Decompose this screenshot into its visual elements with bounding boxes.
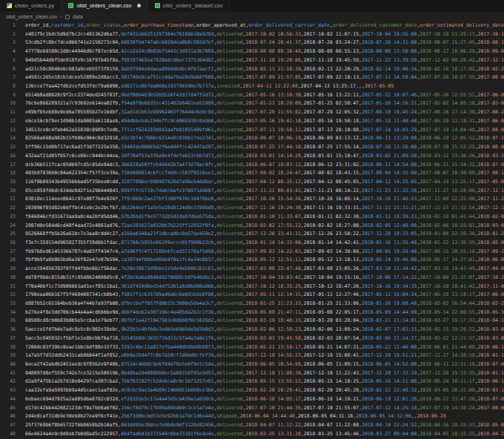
csv-data-row[interactable]: fb97b8ed61453366787c4a03ff4347c4,a7a96ff…: [25, 248, 504, 257]
modified-dot-icon[interactable]: [137, 4, 141, 7]
editor-lines[interactable]: order_id,customer_id,order_status,order_…: [21, 22, 504, 439]
csv-data-row[interactable]: 403b97836b0c04a622354cf57f3ce39a,738b086…: [25, 169, 504, 178]
csv-data-row[interactable]: 6eca2f42abdb2451aedc9f85b2e9f40b,87514c4…: [25, 360, 504, 369]
csv-field: order_delivered_carrier_date: [248, 22, 330, 28]
csv-data-row[interactable]: 9526668ffb5b26a61bc7e3aa0cdd4c27,a166ab3…: [25, 230, 504, 239]
csv-field: 2018-02-07 17:02:15: [362, 326, 417, 332]
csv-field: 2018-05-21 14:07:31: [304, 344, 359, 350]
csv-data-row[interactable]: 82566a660a982b15fb86e904c8d32918,d3e3b74…: [25, 134, 504, 143]
csv-data-row[interactable]: e481f9c1bdc5d9d7bc2cc491362d6a77,9ef432e…: [25, 30, 504, 39]
csv-field: 2018-03-25 13:45:46: [304, 431, 359, 437]
csv-field: 2018-05-15 13:55:53: [245, 378, 300, 384]
csv-data-row[interactable]: 47770eb9100c2d0c44946d9cf07ec65d,41ce2a5…: [25, 47, 504, 56]
csv-field: 55545b0dc365571bd13c57a4a3a0e1f6: [121, 335, 213, 341]
csv-data-row[interactable]: 25f3769b6f8b65722f6b8658b2b10af5,043dd95…: [25, 421, 504, 430]
csv-field: 2018-04-07 11:12:22: [245, 422, 300, 428]
csv-data-row[interactable]: 83018ec114eee8641c97e08f7b4e926f,7f8c8b9…: [25, 195, 504, 204]
csv-data-row[interactable]: d887b52c65164beb36a4f44b7a93fb00,dfbccbe…: [25, 300, 504, 308]
csv-data-row[interactable]: 5ff96c15d0b717ac6ad1f3d77225a350,19402de…: [25, 143, 504, 152]
csv-field: 19402de80665d2f6a4d4fcc42447a297: [121, 144, 213, 150]
csv-data-row[interactable]: 116f0b09343b49556bbad5f35bee0cdd,3187789…: [25, 178, 504, 187]
csv-data-row[interactable]: a4591c265e18cb1dcee52889e2d8acc3,503740e…: [25, 73, 504, 82]
csv-data-row[interactable]: fbf9b9fa8b0b5bd6a36f82e47e07b594,ca387d4…: [25, 256, 504, 265]
csv-field: order_purchase_timestamp: [124, 22, 193, 28]
csv-field: 2018-08-08 08:55:23: [304, 48, 359, 54]
csv-field: 756fb3192fc52debca8cbc1b73257e91: [121, 378, 213, 384]
csv-field: d17dc42bb442682123dcf0a7bb6a6f02: [25, 405, 118, 411]
csv-data-row[interactable]: 34513ce0c4fab462a55830c0989c7edb,7711cf6…: [25, 126, 504, 135]
csv-field: dbbf4de62a3071b6c4a485da2b1c1f3b: [121, 309, 213, 315]
csv-field: ca387d4f0bbe86bb4f0a1fc4a34e0b37: [121, 257, 213, 263]
csv-data-row[interactable]: 432aaf21d85fb57c6ce86cc944bc44ea,3df704f…: [25, 152, 504, 161]
csv-data-row[interactable]: 5acc5c845932cf5bf1e1e8bcbbf6a718,55545b0…: [25, 334, 504, 343]
csv-field: 2018-03-21: [478, 153, 504, 159]
csv-data-row[interactable]: 2d4e8caf31db9e30eb8b27ea9f6cf41e,256f3d0…: [25, 412, 504, 421]
line-number: 25: [0, 230, 16, 239]
csv-data-row[interactable]: d2a9f475b1a2b7d10e04297ca307cba2,756fb31…: [25, 377, 504, 386]
python-file-icon: [7, 3, 12, 8]
csv-data-row[interactable]: f70a4bbf1c73d9066b1ad1ecf85c1ba1,361d745…: [25, 283, 504, 291]
csv-data-row[interactable]: d17dc42bb442682123dcf0a7bb6a6f02,156cf8d…: [25, 404, 504, 413]
csv-field: 2017-10-04 19:15:16: [304, 274, 359, 280]
csv-field: 2018-01-10 11:33:07: [245, 214, 300, 220]
csv-field: order_approved_at: [196, 22, 246, 28]
csv-field: 2018-06-05 10:54:08: [245, 361, 300, 367]
editor-pane[interactable]: 1234567891011121314151617181920212223242…: [0, 22, 504, 439]
csv-field: 2018-05-08 21:47:11: [245, 309, 300, 315]
csv-field: 2018-07-25 17:55:14: [304, 144, 359, 150]
csv-data-row[interactable]: 6514b8ad8028c9f2cc2374ded245783f,9bdf08b…: [25, 91, 504, 100]
csv-data-row[interactable]: 203096f03d82e0dffbc41ebc2e2bcfb7,db2264e…: [25, 204, 504, 213]
csv-data-row[interactable]: 949d5b44dbf5de918fe9c16f97b45f8a,f881974…: [25, 56, 504, 65]
csv-data-row[interactable]: 76c6e866289321a7c93b92e614ea02fb,f54a9f0…: [25, 99, 504, 108]
csv-data-row[interactable]: caa32efa9a5993bb9a4d5caec1aaf02e,dc8cbc9…: [25, 386, 504, 395]
csv-field: 2018-02-14 19:46:34: [362, 66, 417, 72]
breadcrumb-file[interactable]: olist_orders_clean.csv: [6, 14, 57, 19]
csv-field: 2018-02-20 20:29:41: [245, 387, 300, 393]
csv-field: 2018-03-21 21:14:01: [362, 317, 417, 323]
csv-field: 2017-08-01: [478, 74, 504, 80]
csv-field: 948097d8ef559c742e7ce3215e50919b: [25, 370, 118, 376]
csv-data-row[interactable]: b276e4f8e3dd706cb44a4a4cdbbbbe9d,dbbf4de…: [25, 308, 504, 317]
csv-data-row[interactable]: 2807d0e504d6cd48f4aad72e4861ad76,72ae281…: [25, 222, 504, 231]
csv-data-row[interactable]: 1790eaa06b167f5f4684087341cb0b43,f5057f1…: [25, 291, 504, 300]
csv-data-row[interactable]: 85ce859fd6dc634de8d2f1e290444043,059f7fc…: [25, 187, 504, 196]
csv-field: 2018-06-04 14:44:48: [240, 413, 295, 419]
csv-data-row[interactable]: acce194856392f0ffd4fbbe6b1f56dac,7e20e38…: [25, 265, 504, 274]
csv-data-row[interactable]: 6ebaec694d7025a2ad05dba8782c032d,ef28355…: [25, 395, 504, 404]
csv-data-row[interactable]: 1a7a5f7d32ddb2431cab86044f1af852,e8b0a35…: [25, 351, 504, 360]
line-number: 47: [0, 421, 16, 430]
tab-olist-orders-dataset-csv[interactable]: olist_orders_dataset.csv: [148, 0, 231, 11]
csv-data-row[interactable]: e6ce16cb79ec1d90b1da9085a6118aeb,494dbbe…: [25, 117, 504, 126]
csv-data-row[interactable]: 72060c03f39bc0eae1bbcbdf88e33733,3391c4b…: [25, 343, 504, 352]
tab-olist-orders-clean-csv[interactable]: olist_orders_clean.csv: [62, 0, 147, 11]
csv-field: 2018-01-16 11:35:48: [362, 240, 417, 245]
csv-data-row[interactable]: 53cdb2fc8bc7dce0b6741e2150273c04,b0830fb…: [25, 39, 504, 47]
csv-data-row[interactable]: 66e4624a4e9c0d8eb7b0d8ad5c222957,6b4fad6…: [25, 430, 504, 439]
csv-data-row[interactable]: f846846cfd31673aa9a8c4a2bfd5dd46,57b2bbd…: [25, 213, 504, 222]
csv-data-row[interactable]: 60508cd8cb0b83b0b5e5ccba1e79eb77,86fbf1a…: [25, 317, 504, 326]
csv-field: 432aaf21d85fb57c6ce86cc944bc44ea: [25, 153, 118, 159]
csv-field: delivered: [216, 48, 242, 54]
csv-field: 2018-03-25 13:31:28: [245, 431, 300, 437]
csv-field: 2017-12-18 11:08:30: [245, 370, 300, 376]
csv-data-row[interactable]: dcb36b511fcac050b97cd5c05de84dc3,3b6828a…: [25, 161, 504, 170]
csv-data-row[interactable]: dd78f9b6c015db31fc85d8b24800d5c8,4f2bc6a…: [25, 274, 504, 283]
csv-field: 2018-06-05 04:31:18: [298, 413, 353, 419]
csv-field: delivered: [216, 170, 242, 176]
csv-field: 2018-06-19 12:05:52: [420, 135, 474, 141]
csv-header-row[interactable]: order_id,customer_id,order_status,order_…: [25, 22, 504, 30]
tab-clean-orders-py[interactable]: clean_orders.py: [0, 0, 62, 11]
csv-data-row[interactable]: 5aecce5fd7b4e7adc8e5c8c902e39ebc,9b25b3c…: [25, 326, 504, 334]
csv-field: 871766c5855e863f6eccc05f988b23cb: [121, 240, 213, 245]
csv-data-row[interactable]: 136cce7faa42fdb2cefd53fdc79a6098,ed0271e…: [25, 82, 504, 91]
csv-data-row[interactable]: 948097d8ef559c742e7ce3215e50919b,8648ba2…: [25, 369, 504, 378]
csv-data-row[interactable]: ad21c59c0840e6cb83a9ceb5573f8159,8ab9790…: [25, 65, 504, 74]
breadcrumb-section[interactable]: data: [73, 14, 83, 19]
csv-field: 2017-11-21 21:31:21: [362, 205, 417, 211]
line-number: 23: [0, 213, 16, 222]
csv-data-row[interactable]: f3e7c359154d965827355f39d6b1fdac,871766c…: [25, 239, 504, 248]
csv-field: 2017-08-04 14:35:00: [362, 170, 417, 176]
line-number: 6: [0, 65, 16, 74]
csv-data-row[interactable]: e69bfb5eb88e0ed6a785585b27e16dbf,31ad1d1…: [25, 108, 504, 117]
csv-field: delivered: [216, 361, 242, 367]
